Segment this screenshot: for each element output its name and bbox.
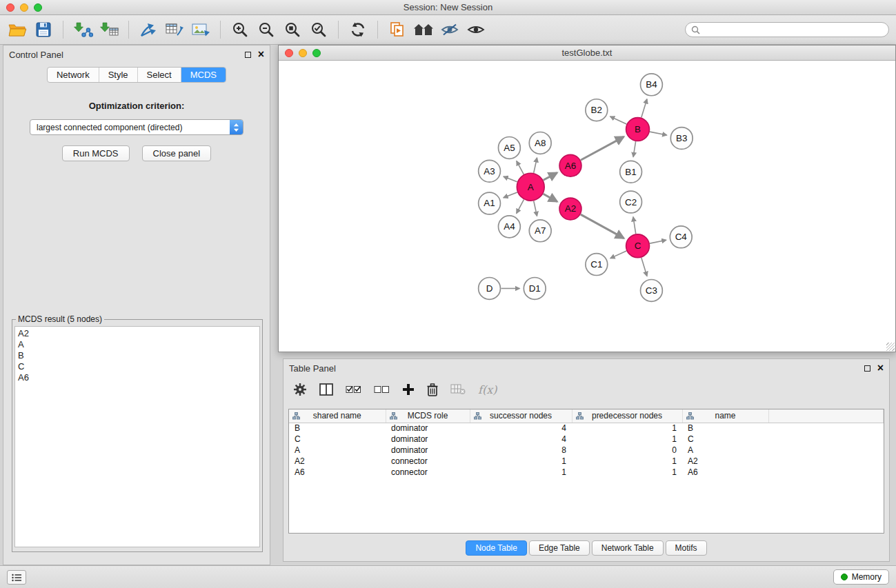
node-A6[interactable]: A6 <box>559 154 581 176</box>
column-header-shared-name[interactable]: shared name <box>289 409 386 423</box>
mcds-result-fieldset: MCDS result (5 nodes) A2 A B C A6 <box>12 314 263 552</box>
delete-column-button[interactable] <box>427 383 438 396</box>
edge-A-A3[interactable] <box>504 176 517 182</box>
edge-C-C3[interactable] <box>641 258 647 276</box>
add-column-button[interactable] <box>402 383 415 396</box>
node-A5[interactable]: A5 <box>498 136 520 159</box>
node-A8[interactable]: A8 <box>529 132 551 154</box>
node-A1[interactable]: A1 <box>479 192 501 214</box>
network-canvas[interactable]: B4B2BB3A5A8A6A3B1AC2A1A2A4A7C4CC1C3DD1 <box>279 61 895 352</box>
node-D1[interactable]: D1 <box>524 278 546 300</box>
task-history-button[interactable] <box>7 570 26 585</box>
search-box[interactable] <box>685 22 889 37</box>
import-table-button[interactable] <box>96 17 122 42</box>
titlebar[interactable]: Session: New Session <box>0 0 896 15</box>
node-C2[interactable]: C2 <box>620 191 642 213</box>
column-header-name[interactable]: name <box>682 409 768 423</box>
save-session-button[interactable] <box>30 17 57 42</box>
node-A[interactable]: A <box>517 173 544 201</box>
export-table-button[interactable] <box>161 17 188 42</box>
tab-edge-table[interactable]: Edge Table <box>529 540 590 556</box>
edge-A-A1[interactable] <box>504 192 517 198</box>
show-graphics-button[interactable] <box>463 17 489 42</box>
node-C3[interactable]: C3 <box>641 279 663 301</box>
edge-B-B2[interactable] <box>610 116 627 124</box>
edge-A-A2[interactable] <box>544 194 557 201</box>
edge-B-B1[interactable] <box>633 141 636 156</box>
edge-A-A4[interactable] <box>517 200 524 214</box>
open-snapshot-button[interactable] <box>384 17 410 42</box>
edge-B-B3[interactable] <box>650 132 667 135</box>
new-network-button[interactable] <box>135 17 161 42</box>
node-B[interactable]: B <box>626 118 650 141</box>
zoom-in-button[interactable] <box>227 17 253 42</box>
close-panel-icon[interactable]: × <box>258 51 264 58</box>
memory-button[interactable]: Memory <box>833 569 889 585</box>
export-image-button[interactable] <box>188 17 214 42</box>
select-all-button[interactable] <box>346 385 361 394</box>
node-C4[interactable]: C4 <box>670 226 692 248</box>
zoom-fit-button[interactable] <box>279 17 306 42</box>
tab-style[interactable]: Style <box>99 68 138 82</box>
mcds-result-list[interactable]: A2 A B C A6 <box>14 326 260 547</box>
edge-C-C1[interactable] <box>610 251 626 258</box>
node-A7[interactable]: A7 <box>529 220 551 242</box>
edge-A-A7[interactable] <box>534 201 537 216</box>
node-C1[interactable]: C1 <box>586 254 608 276</box>
node-B1[interactable]: B1 <box>620 161 642 183</box>
edge-C-C4[interactable] <box>650 240 666 243</box>
zoom-selected-button[interactable] <box>306 17 332 42</box>
delete-table-button[interactable] <box>450 384 466 395</box>
graphics-details-button[interactable] <box>437 17 463 42</box>
tab-network[interactable]: Network <box>48 68 99 82</box>
function-builder-button[interactable]: f(x) <box>478 383 497 396</box>
table-row[interactable]: A dominator 8 0 A <box>289 445 884 456</box>
column-header-mcds-role[interactable]: MCDS role <box>386 409 470 423</box>
node-D[interactable]: D <box>479 278 501 300</box>
column-header-predecessor-nodes[interactable]: predecessor nodes <box>572 409 682 423</box>
table-row[interactable]: A2 connector 1 1 A2 <box>289 456 884 467</box>
close-table-panel-icon[interactable]: × <box>877 365 884 372</box>
close-panel-button[interactable]: Close panel <box>142 145 212 161</box>
tab-mcds[interactable]: MCDS <box>181 68 226 82</box>
edge-A-A5[interactable] <box>517 161 524 174</box>
result-item: A2 <box>18 328 257 339</box>
search-input[interactable] <box>704 25 883 34</box>
window-resize-grip[interactable] <box>886 343 895 351</box>
float-panel-icon[interactable] <box>245 52 251 58</box>
table-settings-button[interactable] <box>293 383 307 396</box>
import-network-button[interactable] <box>70 17 96 42</box>
criterion-select[interactable]: largest connected component (directed) <box>30 119 243 135</box>
table-row[interactable]: C dominator 4 1 C <box>289 434 884 445</box>
node-B4[interactable]: B4 <box>641 74 663 96</box>
node-B2[interactable]: B2 <box>586 99 608 121</box>
result-item: A <box>18 339 257 350</box>
zoom-out-button[interactable] <box>253 17 279 42</box>
network-window-titlebar[interactable]: testGlobe.txt <box>279 45 895 61</box>
edge-B-B4[interactable] <box>641 99 647 118</box>
edge-C-C2[interactable] <box>633 217 636 234</box>
node-A3[interactable]: A3 <box>479 160 501 182</box>
float-table-panel-icon[interactable] <box>864 365 870 372</box>
node-A4[interactable]: A4 <box>498 216 520 238</box>
node-A2[interactable]: A2 <box>559 198 581 220</box>
column-header-successor-nodes[interactable]: successor nodes <box>470 409 572 423</box>
tab-select[interactable]: Select <box>138 68 181 82</box>
refresh-view-button[interactable] <box>345 17 371 42</box>
node-B3[interactable]: B3 <box>670 128 693 150</box>
edge-A-A8[interactable] <box>534 158 537 173</box>
show-columns-button[interactable] <box>319 383 333 396</box>
tab-motifs[interactable]: Motifs <box>666 540 707 556</box>
tab-network-table[interactable]: Network Table <box>592 540 664 556</box>
table-row[interactable]: A6 connector 1 1 A6 <box>289 467 884 478</box>
node-C[interactable]: C <box>626 234 650 258</box>
tab-node-table[interactable]: Node Table <box>466 540 527 556</box>
table-row[interactable]: B dominator 4 1 B <box>289 423 884 434</box>
deselect-all-button[interactable] <box>374 385 390 394</box>
edge-A-A6[interactable] <box>544 173 557 181</box>
edge-A2-C[interactable] <box>581 214 624 239</box>
run-mcds-button[interactable]: Run MCDS <box>62 145 130 161</box>
home-button[interactable] <box>410 17 437 42</box>
open-file-button[interactable] <box>4 17 30 42</box>
edge-A6-B[interactable] <box>581 136 624 160</box>
